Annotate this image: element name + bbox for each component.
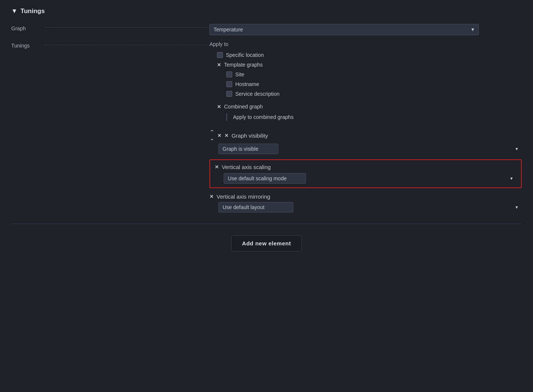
graph-visibility-select[interactable]: Graph is visible [218, 144, 278, 154]
up-down-arrows-icon[interactable]: ⌃⌄ [209, 129, 214, 141]
graph-label-col: Graph [11, 24, 209, 31]
graph-dotted-line [44, 27, 206, 28]
tunings-row: Tunings Apply to Specific location ✕ Tem… [11, 41, 522, 212]
specific-location-label: Specific location [226, 52, 264, 58]
service-description-checkbox[interactable] [226, 91, 232, 97]
bottom-separator [11, 224, 522, 224]
vertical-axis-mirroring-block: ✕ Vertical axis mirroring Use default la… [209, 193, 522, 212]
section-title: ▼ Tunings [11, 7, 522, 15]
graph-row: Graph Temperature ▼ [11, 24, 522, 35]
graph-visibility-header: ⌃⌄ ✕ ✕ Graph visibility [209, 129, 522, 141]
add-button-row: Add new element [11, 235, 522, 251]
vertical-axis-scaling-highlight: ✕ Vertical axis scaling Use default scal… [209, 159, 522, 188]
graph-visibility-x-icon[interactable]: ✕ [217, 133, 221, 138]
graph-content-col: Temperature ▼ [209, 24, 522, 35]
graph-visibility-chevron-icon: ▼ [515, 147, 519, 151]
graph-visibility-label: Graph visibility [232, 132, 268, 139]
combined-graph-item: ✕ Combined graph [209, 102, 522, 111]
hostname-label: Hostname [235, 81, 259, 87]
tunings-label: Tunings [11, 43, 41, 49]
hostname-checkbox[interactable] [226, 81, 232, 87]
vertical-axis-mirroring-chevron-icon: ▼ [515, 205, 519, 209]
vertical-axis-mirroring-select[interactable]: Use default layout [218, 202, 293, 212]
tunings-content-col: Apply to Specific location ✕ Template gr… [209, 41, 522, 212]
apply-to-tree: Specific location ✕ Template graphs Site… [209, 50, 522, 123]
vertical-axis-scaling-label: Vertical axis scaling [222, 164, 271, 170]
vertical-axis-scaling-x-icon[interactable]: ✕ [215, 164, 219, 170]
service-description-item: Service description [209, 89, 522, 99]
page-container: ▼ Tunings Graph Temperature ▼ Tunings Ap… [0, 0, 533, 259]
graph-visibility-block: ⌃⌄ ✕ ✕ Graph visibility Graph is visible… [209, 129, 522, 154]
apply-combined-item: Apply to combined graphs [209, 111, 522, 123]
apply-to-label: Apply to [209, 41, 522, 47]
apply-combined-label: Apply to combined graphs [233, 114, 294, 120]
graph-dropdown-wrapper: Temperature ▼ [209, 24, 479, 35]
tunings-title: Tunings [21, 7, 45, 15]
combined-graph-label: Combined graph [224, 104, 263, 110]
vertical-axis-scaling-chevron-icon: ▼ [509, 176, 514, 181]
vertical-axis-mirroring-header: ✕ Vertical axis mirroring [209, 193, 522, 200]
vertical-axis-mirroring-label: Vertical axis mirroring [217, 193, 270, 200]
service-description-label: Service description [235, 91, 279, 97]
specific-location-checkbox[interactable] [217, 52, 223, 58]
apply-combined-vline [226, 113, 227, 121]
site-item: Site [209, 70, 522, 79]
vertical-axis-scaling-select[interactable]: Use default scaling mode [224, 173, 306, 184]
graph-select[interactable]: Temperature [209, 24, 479, 35]
vertical-axis-scaling-header: ✕ Vertical axis scaling [215, 164, 517, 170]
vertical-axis-mirroring-x-icon[interactable]: ✕ [209, 194, 214, 199]
template-graphs-x-icon[interactable]: ✕ [217, 62, 221, 68]
vertical-axis-mirroring-dropdown-wrapper: Use default layout ▼ [218, 202, 522, 212]
graph-label: Graph [11, 25, 41, 31]
site-label: Site [235, 71, 244, 77]
add-new-element-button[interactable]: Add new element [231, 235, 302, 251]
hostname-item: Hostname [209, 79, 522, 89]
template-graphs-item: ✕ Template graphs [209, 60, 522, 70]
site-checkbox[interactable] [226, 71, 232, 77]
specific-location-item: Specific location [209, 50, 522, 60]
combined-graph-x-icon[interactable]: ✕ [217, 104, 221, 110]
chevron-down-icon[interactable]: ▼ [11, 7, 18, 15]
graph-visibility-dropdown-wrapper: Graph is visible ▼ [218, 144, 522, 154]
template-graphs-label: Template graphs [224, 62, 263, 68]
tunings-label-col: Tunings [11, 41, 209, 49]
tunings-dotted-line [44, 45, 206, 45]
graph-visibility-x2-icon[interactable]: ✕ [224, 133, 229, 138]
vertical-axis-scaling-dropdown-wrapper: Use default scaling mode ▼ [224, 173, 517, 184]
